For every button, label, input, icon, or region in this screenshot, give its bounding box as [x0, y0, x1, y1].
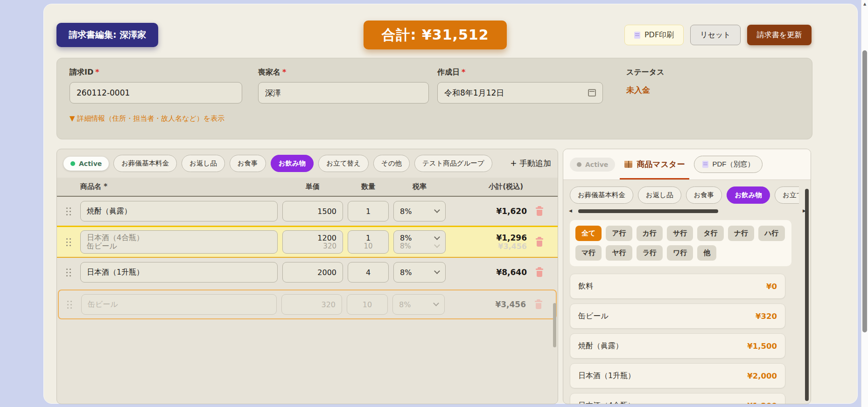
tab-otatekae[interactable]: お立て替え [318, 155, 369, 172]
col-qty: 数量 [348, 182, 389, 191]
calendar-icon[interactable] [588, 89, 596, 97]
family-name-field: 喪家名* 深澤 [258, 68, 429, 103]
master-active-badge[interactable]: Active [570, 158, 615, 172]
item-row-dragging: 缶ビール 320 10 8% ¥3,456 [58, 290, 557, 319]
chevron-down-icon [434, 234, 440, 240]
created-date-input[interactable]: 令和8年1月12日 [437, 82, 603, 103]
kana-filter-other[interactable]: 他 [697, 245, 716, 261]
active-filter-badge[interactable]: Active [63, 157, 109, 171]
item-subtotal: ¥8,640 [450, 268, 530, 277]
tab-onomimono[interactable]: お飲み物 [271, 155, 314, 172]
item-name-input[interactable]: 焼酎（眞露） [80, 201, 278, 221]
created-date-label: 作成日* [437, 68, 603, 77]
trash-icon[interactable] [533, 299, 544, 310]
product-name: 飲料 [578, 282, 593, 291]
trash-icon[interactable] [534, 206, 545, 217]
product-price: ¥1,500 [747, 342, 777, 351]
details-toggle-link[interactable]: ▼ 詳細情報（住所・担当者・故人名など）を表示 [70, 114, 224, 123]
drag-overlay-tax: 8% [400, 242, 411, 250]
pdf-print-button[interactable]: PDF印刷 [624, 25, 684, 45]
item-name-input[interactable]: 日本酒（4合瓶） 缶ビール [80, 230, 278, 254]
product-price: ¥320 [756, 312, 777, 321]
kana-filter-na[interactable]: ナ行 [728, 226, 754, 241]
item-tax-value: 8% [399, 300, 411, 309]
item-name-input[interactable]: 日本酒（1升瓶） [80, 262, 278, 283]
invoice-items-panel: Active お葬儀基本料金 お返し品 お食事 お飲み物 お立て替え その他 テ… [56, 149, 558, 404]
items-scrollbar-thumb[interactable] [553, 303, 556, 347]
item-price-input[interactable]: 320 [281, 294, 342, 315]
document-icon [702, 161, 708, 168]
kana-filter-ka[interactable]: カ行 [637, 226, 663, 241]
status-label: ステータス [626, 68, 665, 77]
product-card[interactable]: 日本酒（1升瓶） ¥2,000 [570, 363, 785, 388]
category-onomimono[interactable]: お飲み物 [727, 186, 770, 204]
kana-filter-wa[interactable]: ワ行 [667, 245, 693, 261]
item-subtotal: ¥1,620 [450, 207, 530, 216]
category-otatekae[interactable]: お立て替え [775, 186, 799, 204]
drag-overlay-qty: 10 [354, 242, 382, 250]
tab-okaeshihin[interactable]: お返し品 [182, 155, 225, 172]
package-icon [624, 161, 632, 168]
kana-filter-ya[interactable]: ヤ行 [606, 245, 632, 261]
scroll-left-icon[interactable]: ◀ [569, 208, 572, 213]
invoice-id-input[interactable]: 260112-0001 [70, 82, 242, 103]
master-category-row: お葬儀基本料金 お返し品 お食事 お飲み物 お立て替え その他 [563, 180, 799, 206]
kana-filter-a[interactable]: ア行 [606, 226, 632, 241]
page-scrollbar[interactable]: ▲ [861, 0, 868, 407]
pdf-new-window-button[interactable]: PDF（別窓） [694, 156, 763, 173]
item-price-input[interactable]: 2000 [282, 262, 343, 283]
item-tax-select[interactable]: 8% [393, 201, 446, 221]
trash-icon[interactable] [534, 236, 545, 248]
item-qty-input[interactable]: 1 [348, 201, 389, 221]
created-date-field: 作成日* 令和8年1月12日 [437, 68, 603, 103]
item-price-input[interactable]: 1200 320 [282, 230, 343, 254]
tab-oshokuji[interactable]: お食事 [230, 155, 266, 172]
col-tax: 税率 [393, 182, 446, 191]
master-scrollbar-thumb[interactable] [805, 189, 809, 401]
tab-product-master[interactable]: 商品マスター [623, 149, 686, 179]
item-tax-value: 8% [400, 234, 412, 242]
tab-ososhiki-kihon[interactable]: お葬儀基本料金 [113, 155, 177, 172]
update-invoice-button[interactable]: 請求書を更新 [747, 25, 812, 45]
item-qty-input[interactable]: 4 [348, 262, 389, 283]
kana-filter-sa[interactable]: サ行 [667, 226, 693, 241]
active-filter-label: Active [79, 160, 102, 167]
item-tax-select[interactable]: 8% 8% [393, 230, 446, 254]
item-tax-select[interactable]: 8% [392, 294, 445, 315]
status-field: ステータス 未入金 [626, 68, 665, 96]
kana-filter-ra[interactable]: ラ行 [637, 245, 663, 261]
product-card[interactable]: 焼酎（眞露） ¥1,500 [570, 333, 785, 359]
reset-button[interactable]: リセット [690, 25, 741, 45]
category-scrollbar-thumb[interactable] [578, 209, 718, 213]
item-qty-input[interactable]: 1 10 [348, 230, 389, 254]
item-qty-value: 1 [354, 234, 382, 242]
item-name-input[interactable]: 缶ビール [81, 294, 277, 315]
required-asterisk: * [95, 68, 99, 76]
page-scrollbar-thumb[interactable] [862, 50, 867, 332]
item-tax-select[interactable]: 8% [393, 262, 446, 283]
kana-filter-ma[interactable]: マ行 [575, 245, 602, 261]
chevron-down-icon [434, 207, 440, 213]
product-card[interactable]: 缶ビール ¥320 [570, 304, 785, 329]
drag-handle-icon[interactable] [66, 269, 72, 276]
drag-handle-icon[interactable] [66, 207, 72, 215]
category-ososhiki-kihon[interactable]: お葬儀基本料金 [570, 186, 633, 204]
kana-filter-ha[interactable]: ハ行 [758, 226, 784, 241]
item-qty-input[interactable]: 10 [347, 294, 388, 315]
scroll-up-icon[interactable]: ▲ [861, 0, 868, 7]
tab-sonota[interactable]: その他 [373, 155, 410, 172]
tab-test-group[interactable]: テスト商品グループ [414, 155, 492, 172]
drag-handle-icon[interactable] [67, 301, 73, 309]
item-price-input[interactable]: 1500 [282, 201, 343, 221]
trash-icon[interactable] [534, 267, 545, 278]
kana-filter-all[interactable]: 全て [575, 226, 602, 241]
product-card[interactable]: 飲料 ¥0 [570, 274, 785, 299]
category-oshokuji[interactable]: お食事 [686, 186, 722, 204]
kana-filter-ta[interactable]: タ行 [697, 226, 723, 241]
kana-filter-card: 全て ア行 カ行 サ行 タ行 ナ行 ハ行 マ行 ヤ行 ラ行 ワ行 他 [570, 220, 791, 266]
add-manual-button[interactable]: + 手動追加 [510, 158, 551, 169]
family-name-input[interactable]: 深澤 [258, 82, 429, 103]
product-card[interactable]: 日本酒（4合瓶） ¥1,200 [570, 393, 785, 404]
drag-handle-icon[interactable] [66, 238, 72, 246]
category-okaeshihin[interactable]: お返し品 [638, 186, 681, 204]
